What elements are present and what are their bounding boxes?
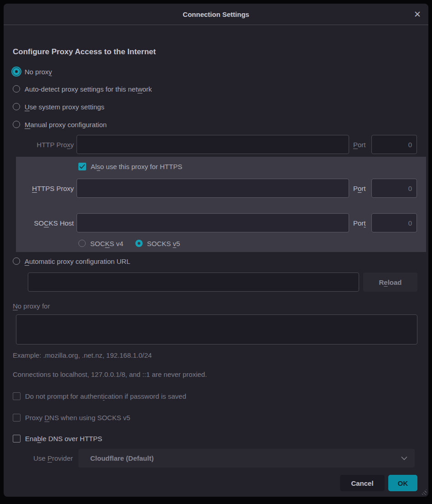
no-prompt-auth-checkbox[interactable] — [13, 392, 21, 400]
no-proxy-for-textarea[interactable] — [16, 314, 417, 345]
proxy-dns-label: Proxy DNS when using SOCKS v5 — [25, 414, 130, 422]
radio-system-proxy[interactable] — [13, 103, 20, 110]
ok-button-label: OK — [398, 479, 408, 487]
radio-row-no-proxy[interactable]: No proxy — [13, 65, 52, 78]
dialog-title: Connection Settings — [183, 10, 249, 18]
socks-host-row: SOCKS Host Port — [16, 213, 426, 232]
also-https-label: Also use this proxy for HTTPS — [91, 163, 182, 170]
radio-socks-v5[interactable] — [135, 240, 143, 247]
socks-host-label: SOCKS Host — [16, 219, 74, 227]
also-https-checkbox-row[interactable]: Also use this proxy for HTTPS — [78, 161, 182, 172]
cancel-button[interactable]: Cancel — [340, 475, 385, 491]
proxy-dns-checkbox[interactable] — [13, 414, 21, 422]
socks-port-label: Port — [353, 219, 366, 227]
socks-v4-label: SOCKS v4 — [90, 240, 123, 247]
socks-port-input[interactable] — [371, 213, 417, 232]
page-title: Configure Proxy Access to the Internet — [13, 47, 156, 57]
ok-button[interactable]: OK — [388, 475, 417, 491]
enable-doh-row[interactable]: Enable DNS over HTTPS — [13, 432, 102, 444]
https-port-input[interactable] — [371, 179, 417, 198]
checkmark-icon — [79, 164, 85, 169]
radio-no-proxy[interactable] — [13, 68, 20, 75]
radio-row-auto-detect[interactable]: Auto-detect proxy settings for this netw… — [13, 82, 152, 95]
cancel-button-label: Cancel — [351, 479, 373, 487]
radio-socks-v4[interactable] — [78, 240, 86, 247]
http-port-input[interactable] — [371, 135, 417, 154]
radio-no-proxy-label: No proxy — [25, 68, 52, 76]
localhost-note-text: Connections to localhost, 127.0.0.1/8, a… — [13, 370, 207, 378]
no-prompt-auth-label: Do not prompt for authentication if pass… — [25, 392, 186, 400]
enable-doh-label: Enable DNS over HTTPS — [25, 435, 102, 442]
no-proxy-for-label: No proxy for — [13, 302, 50, 310]
resize-grip[interactable] — [421, 489, 427, 495]
https-proxy-input[interactable] — [77, 179, 349, 198]
reload-button-label: Reload — [379, 278, 401, 286]
http-proxy-row: HTTP Proxy Port — [4, 135, 428, 154]
radio-row-auto-url[interactable]: Automatic proxy configuration URL — [13, 255, 130, 267]
no-prompt-auth-row: Do not prompt for authentication if pass… — [13, 390, 186, 402]
close-icon[interactable]: ✕ — [414, 4, 421, 25]
socks-version-row: SOCKS v4 SOCKS v5 — [78, 237, 180, 249]
https-proxy-label: HTTPS Proxy — [16, 185, 74, 192]
https-port-label: Port — [353, 185, 366, 192]
http-proxy-input[interactable] — [77, 135, 349, 154]
radio-row-system-proxy[interactable]: Use system proxy settings — [13, 100, 104, 113]
enable-doh-checkbox[interactable] — [13, 435, 21, 442]
no-proxy-example-text: Example: .mozilla.org, .net.nz, 192.168.… — [13, 351, 152, 359]
radio-auto-detect-label: Auto-detect proxy settings for this netw… — [25, 85, 152, 93]
use-provider-label: Use Provider — [4, 454, 73, 462]
https-settings-highlight-panel: Also use this proxy for HTTPS HTTPS Prox… — [16, 157, 426, 252]
https-proxy-row: HTTPS Proxy Port — [16, 179, 426, 198]
chevron-down-icon — [401, 456, 407, 460]
http-port-label: Port — [353, 141, 366, 149]
proxy-dns-row: Proxy DNS when using SOCKS v5 — [13, 411, 130, 423]
also-https-checkbox[interactable] — [78, 163, 86, 170]
dialog-titlebar: Connection Settings ✕ — [4, 4, 428, 25]
reload-button[interactable]: Reload — [363, 273, 417, 292]
auto-url-input[interactable] — [28, 273, 359, 292]
http-proxy-label: HTTP Proxy — [4, 141, 74, 149]
radio-manual-proxy-label: Manual proxy configuration — [25, 121, 107, 129]
provider-dropdown[interactable]: Cloudflare (Default) — [78, 449, 415, 468]
socks-host-input[interactable] — [77, 213, 349, 232]
radio-row-manual-proxy[interactable]: Manual proxy configuration — [13, 118, 107, 131]
radio-manual-proxy[interactable] — [13, 121, 20, 128]
radio-auto-url-label: Automatic proxy configuration URL — [25, 257, 130, 265]
socks-v5-label: SOCKS v5 — [147, 240, 180, 247]
radio-auto-detect[interactable] — [13, 85, 20, 93]
provider-dropdown-value: Cloudflare (Default) — [90, 454, 154, 462]
connection-settings-dialog: Connection Settings ✕ Configure Proxy Ac… — [4, 4, 428, 497]
radio-auto-url[interactable] — [13, 257, 20, 265]
radio-system-proxy-label: Use system proxy settings — [25, 103, 104, 111]
